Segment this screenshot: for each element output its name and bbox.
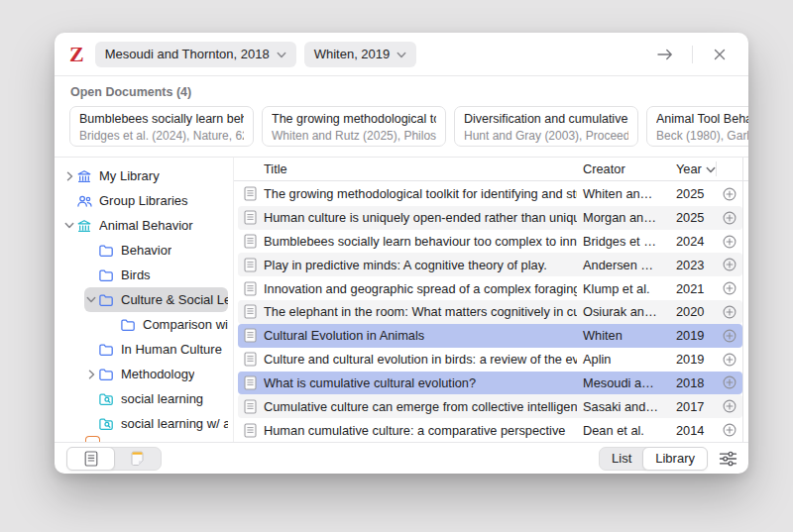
card-citation: Whiten and Rutz (2025), Philosoph…	[272, 128, 436, 144]
column-header-title[interactable]: Title	[264, 161, 577, 176]
sidebar-item[interactable]: Culture & Social Le…	[84, 287, 228, 312]
document-icon	[244, 423, 264, 438]
table-row[interactable]: The growing methodological toolkit for i…	[238, 182, 742, 206]
open-documents-cards: Bumblebees socially learn behav… Bridges…	[69, 106, 748, 147]
library-icon	[76, 218, 93, 234]
card-citation: Hunt and Gray (2003), Proceeding…	[464, 128, 628, 144]
add-attachment-button[interactable]	[716, 258, 742, 271]
table-row[interactable]: The elephant in the room: What matters c…	[238, 300, 742, 324]
group-icon	[76, 193, 93, 209]
row-creator: Mesoudi a…	[577, 375, 670, 390]
open-document-card[interactable]: The growing methodological tool… Whiten …	[262, 106, 446, 147]
view-list-button[interactable]: List	[600, 448, 643, 470]
table-row[interactable]: Innovation and geographic spread of a co…	[238, 276, 742, 300]
twisty-slot[interactable]	[84, 370, 98, 379]
row-year: 2025	[670, 186, 716, 201]
sidebar-item[interactable]: In Human Culture	[84, 337, 228, 362]
document-icon	[244, 186, 264, 201]
table-row[interactable]: Human culture is uniquely open-ended rat…	[238, 206, 742, 230]
document-icon	[244, 328, 264, 343]
footer-toolbar: List Library	[55, 442, 748, 474]
document-icon	[244, 258, 264, 272]
sidebar-item[interactable]: Comparison wit…	[106, 312, 228, 337]
sidebar-item-label: Comparison wit…	[143, 317, 228, 332]
reader-tab-label: Mesoudi and Thornton, 2018	[105, 47, 270, 61]
row-creator: Dean et al.	[577, 423, 670, 438]
notes-pane-button[interactable]	[114, 448, 161, 470]
add-attachment-button[interactable]	[716, 375, 742, 389]
twisty-slot[interactable]	[62, 171, 76, 181]
folder-icon	[98, 243, 115, 259]
add-attachment-button[interactable]	[716, 211, 742, 225]
row-creator: Whiten	[577, 328, 670, 343]
collections-sidebar: My Library Group Libraries Animal Behavi…	[55, 158, 234, 442]
feed-icon-partial	[85, 436, 100, 442]
row-title: Human cumulative culture: a comparative …	[264, 423, 577, 438]
row-title: Culture and cultural evolution in birds:…	[264, 352, 577, 367]
reader-tab[interactable]: Whiten, 2019	[304, 42, 417, 67]
main-area: My Library Group Libraries Animal Behavi…	[55, 158, 748, 442]
sidebar-item[interactable]: Birds	[84, 263, 228, 287]
row-title: What is cumulative cultural evolution?	[264, 375, 577, 390]
close-button[interactable]	[707, 43, 733, 66]
library-icon	[76, 168, 93, 184]
row-creator: Sasaki and…	[577, 399, 670, 414]
document-icon	[244, 234, 264, 249]
sidebar-item[interactable]: Methodology	[84, 362, 228, 386]
sidebar-item[interactable]: Behavior	[84, 238, 228, 263]
filter-options-button[interactable]	[719, 451, 737, 467]
folder-icon	[98, 367, 115, 382]
sidebar-item-label: Methodology	[121, 367, 194, 381]
pane-mode-segmented-control	[66, 447, 162, 471]
reader-tab-label: Whiten, 2019	[314, 47, 391, 61]
row-year: 2017	[670, 399, 716, 414]
table-row[interactable]: Bumblebees socially learn behaviour too …	[238, 230, 742, 254]
column-header-year-label: Year	[676, 161, 702, 176]
card-citation: Bridges et al. (2024), Nature, 627(…	[79, 128, 244, 144]
zotero-window: Z Mesoudi and Thornton, 2018 Whiten, 201…	[55, 33, 748, 474]
table-row[interactable]: Cumulative culture can emerge from colle…	[238, 394, 742, 418]
sidebar-item[interactable]: My Library	[62, 163, 228, 188]
sidebar-item[interactable]: social learning w/ a…	[84, 411, 228, 436]
twisty-slot[interactable]	[84, 296, 98, 303]
row-creator: Klump et al.	[577, 281, 670, 296]
add-attachment-button[interactable]	[716, 329, 742, 343]
twisty-slot[interactable]	[62, 222, 76, 229]
add-attachment-button[interactable]	[716, 235, 742, 249]
column-header-year[interactable]: Year	[670, 161, 716, 176]
sidebar-item[interactable]: Group Libraries	[62, 188, 228, 213]
table-row[interactable]: Play in predictive minds: A cognitive th…	[238, 253, 742, 276]
open-document-card[interactable]: Diversification and cumulative ev… Hunt …	[454, 106, 638, 147]
document-icon	[244, 281, 264, 296]
view-library-button[interactable]: Library	[642, 447, 708, 471]
row-creator: Osiurak an…	[577, 304, 670, 319]
card-title: The growing methodological tool…	[272, 110, 436, 128]
row-creator: Bridges et …	[577, 234, 670, 249]
row-year: 2025	[670, 210, 716, 225]
table-row[interactable]: What is cumulative cultural evolution? M…	[238, 372, 742, 395]
items-table-body: The growing methodological toolkit for i…	[234, 181, 748, 442]
reader-tab[interactable]: Mesoudi and Thornton, 2018	[95, 42, 296, 67]
add-attachment-button[interactable]	[716, 305, 742, 319]
open-documents-heading: Open Documents (4)	[70, 85, 748, 99]
table-row[interactable]: Cultural Evolution in Animals Whiten 201…	[238, 324, 742, 348]
sidebar-item[interactable]: Animal Behavior	[62, 213, 228, 238]
open-document-card[interactable]: Animal Tool Beha Beck (1980), Garla	[646, 106, 748, 147]
add-attachment-button[interactable]	[716, 353, 742, 367]
document-icon	[244, 304, 264, 319]
go-forward-button[interactable]	[652, 43, 678, 66]
column-header-creator[interactable]: Creator	[577, 161, 670, 176]
document-pane-button[interactable]	[66, 447, 115, 471]
row-creator: Whiten an…	[577, 186, 670, 201]
open-document-card[interactable]: Bumblebees socially learn behav… Bridges…	[69, 106, 254, 147]
add-attachment-button[interactable]	[716, 399, 742, 413]
folder-icon	[120, 317, 137, 333]
table-row[interactable]: Culture and cultural evolution in birds:…	[238, 348, 742, 372]
view-segmented-control: List Library	[599, 447, 708, 471]
add-attachment-button[interactable]	[716, 187, 742, 201]
add-attachment-button[interactable]	[716, 423, 742, 437]
row-year: 2024	[670, 234, 716, 249]
add-attachment-button[interactable]	[716, 281, 742, 295]
sidebar-item[interactable]: social learning	[84, 386, 228, 411]
table-row[interactable]: Human cumulative culture: a comparative …	[238, 418, 742, 442]
